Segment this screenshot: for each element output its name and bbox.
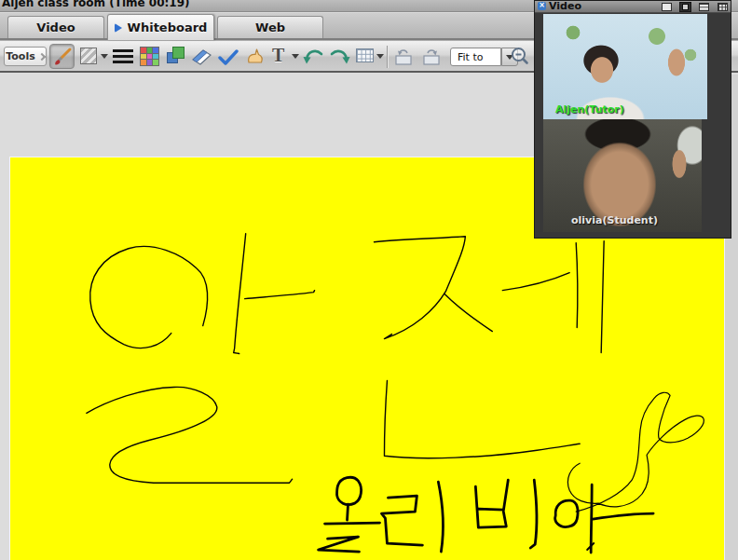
text-tool-icon: T [272, 46, 284, 64]
eraser-button[interactable] [190, 47, 213, 67]
shapes-icon [165, 45, 187, 67]
pan-hand-icon [244, 47, 266, 67]
dropdown-arrow-icon [376, 54, 384, 59]
fill-pattern-button[interactable] [80, 48, 97, 64]
redo-button[interactable] [329, 47, 350, 66]
app-window: Aljen class room (Time 00:19) Video Whit… [0, 0, 738, 560]
video-panel: × Video Aljen(Tutor) olivia(Student) [534, 0, 731, 239]
line-width-button[interactable] [113, 49, 133, 63]
tab-web[interactable]: Web [217, 16, 323, 38]
undo-button[interactable] [303, 47, 324, 66]
video-feed-student[interactable]: olivia(Student) [543, 119, 702, 232]
toolbar-separator [387, 46, 388, 68]
grid-button[interactable] [356, 48, 374, 62]
video-panel-header[interactable]: × Video [535, 1, 731, 13]
brush-icon [52, 47, 73, 67]
zoom-out-icon [510, 46, 531, 67]
undo-icon [303, 47, 324, 66]
rotate-page-left-icon [392, 48, 416, 67]
redo-icon [329, 47, 350, 66]
color-palette-button[interactable] [140, 47, 159, 66]
layout-grid-view-button[interactable] [717, 2, 729, 12]
tab-whiteboard[interactable]: Whiteboard [107, 14, 214, 40]
fill-pattern-icon [80, 48, 97, 64]
brush-tool-button[interactable] [49, 44, 75, 69]
video-panel-title: Video [549, 1, 581, 12]
tools-chevron-icon [37, 52, 45, 60]
video-feed-tutor[interactable]: Aljen(Tutor) [543, 14, 707, 119]
video-layout-buttons [661, 2, 729, 12]
check-icon [217, 48, 239, 66]
fill-pattern-dropdown[interactable] [101, 54, 108, 59]
active-tab-arrow-icon [115, 23, 122, 33]
text-tool-dropdown[interactable] [292, 54, 299, 59]
eraser-icon [190, 47, 213, 67]
tutor-name-label: Aljen(Tutor) [555, 103, 624, 116]
window-title: Aljen class room (Time 00:19) [2, 0, 190, 9]
check-tool-button[interactable] [217, 48, 239, 66]
line-width-icon [113, 49, 133, 63]
rotate-page-right-button[interactable] [419, 48, 443, 67]
zoom-out-button[interactable] [510, 46, 531, 67]
text-tool-button[interactable]: T [272, 46, 284, 64]
layout-current-view-button[interactable] [679, 2, 691, 12]
shapes-button[interactable] [165, 45, 187, 67]
student-name-label: olivia(Student) [571, 214, 658, 226]
tab-whiteboard-label: Whiteboard [128, 20, 208, 34]
rotate-page-right-icon [419, 48, 443, 67]
video-panel-window-icon: × [538, 2, 546, 10]
tab-web-label: Web [255, 20, 285, 34]
tools-button-label: Tools [6, 50, 34, 62]
color-palette-icon [140, 47, 159, 66]
zoom-level-value: Fit to [458, 51, 483, 63]
grid-icon [356, 48, 374, 62]
zoom-level-select[interactable]: Fit to [450, 48, 501, 66]
grid-dropdown[interactable] [376, 54, 384, 59]
dropdown-arrow-icon [101, 54, 108, 59]
tools-button[interactable]: Tools [4, 47, 47, 66]
rotate-page-left-button[interactable] [392, 48, 416, 67]
dropdown-arrow-icon [292, 54, 299, 59]
layout-single-view-button[interactable] [661, 2, 673, 12]
tab-video[interactable]: Video [7, 16, 104, 38]
tab-video-label: Video [36, 20, 75, 34]
pan-hand-button[interactable] [244, 47, 266, 67]
layout-rows-view-button[interactable] [698, 2, 710, 12]
